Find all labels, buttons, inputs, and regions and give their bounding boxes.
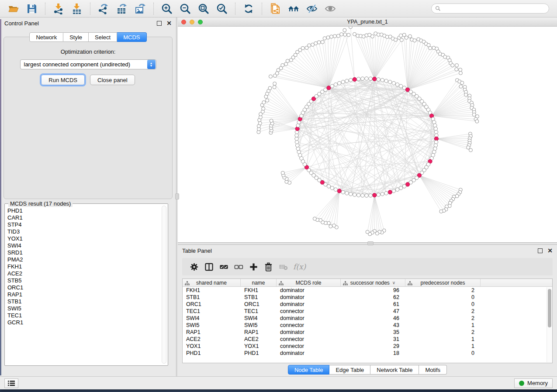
table-cell: 2 [405,329,481,336]
table-settings-button[interactable] [187,260,201,273]
new-network-from-selection-icon [270,3,281,14]
table-scrollbar[interactable] [547,287,552,362]
table-row[interactable]: FKH1FKH1dominator962 [183,287,552,294]
mcds-result-item[interactable]: STB5 [7,277,161,284]
network-canvas[interactable] [178,27,557,242]
mcds-result-item[interactable]: TEC1 [7,312,161,319]
close-panel-icon[interactable]: ✕ [166,21,172,26]
mcds-result-list[interactable]: PHD1CAR1STP4TID3YOX1SWI4SRD1PMA2FKH1ACE2… [7,207,161,364]
memory-label: Memory [527,380,548,386]
criterion-dropdown[interactable]: largest connected component (undirected)… [20,59,156,69]
zoom-out-button[interactable] [177,2,193,16]
mcds-result-item[interactable]: YOX1 [7,235,161,242]
export-image-button[interactable] [132,2,148,16]
search-field[interactable] [431,3,549,14]
show-all-icon [325,3,336,14]
open-session-button[interactable] [6,2,21,16]
close-panel-icon[interactable]: ✕ [547,248,553,253]
control-panel-tabs: NetworkStyleSelectMCDS [0,32,176,42]
zoom-fit-button[interactable] [196,2,211,16]
tab-select[interactable]: Select [89,32,117,42]
import-network-button[interactable] [51,2,66,16]
import-table-button[interactable] [69,2,85,16]
tab-style[interactable]: Style [63,32,89,42]
mcds-result-item[interactable]: SWI4 [7,242,161,249]
hierarchy-icon [279,281,284,287]
column-header-predecessor-nodes[interactable]: predecessor nodes [405,279,481,286]
mcds-result-item[interactable]: SRD1 [7,249,161,256]
export-network-button[interactable] [96,2,111,16]
panel-splitter[interactable] [176,17,178,376]
table-cell: ACE2 [241,336,277,343]
mcds-result-item[interactable]: CAR1 [7,214,161,221]
table-row[interactable]: STB1STB1dominator620 [183,294,552,301]
table-cell: 1 [405,343,481,350]
float-panel-icon[interactable] [538,248,543,253]
tab-mcds[interactable]: MCDS [117,32,146,42]
tab-edge-table[interactable]: Edge Table [329,365,370,375]
memory-status-icon [519,381,524,386]
table-splitter[interactable] [178,243,557,245]
select-all-button[interactable] [216,260,231,273]
table-row[interactable]: SWI4SWI4dominator462 [183,315,552,322]
float-panel-icon[interactable] [157,21,162,26]
clear-table-button[interactable] [276,260,291,273]
save-session-icon [26,3,38,14]
column-header-name[interactable]: name [241,279,277,286]
new-network-from-selection-button[interactable] [267,2,283,16]
column-header-successor-nodes[interactable]: successor nodes∨ [341,279,405,286]
mcds-result-item[interactable]: PMA2 [7,256,161,263]
mcds-result-item[interactable]: STP4 [7,221,161,228]
apply-layout-button[interactable] [241,2,256,16]
first-neighbors-button[interactable] [286,2,301,16]
mcds-result-item[interactable]: RAP1 [7,291,161,298]
close-panel-button[interactable]: Close panel [90,75,135,85]
table-header-row: shared namenameMCDS rolesuccessor nodes∨… [183,279,552,287]
table-row[interactable]: ACE2ACE2connector311 [183,336,552,343]
table-row[interactable]: YOX1YOX1connector291 [183,343,552,350]
table-cell: dominator [277,315,341,322]
mcds-result-item[interactable]: FKH1 [7,263,161,270]
table-panel: Table Panel ✕ [178,245,557,376]
mcds-result-item[interactable]: ORC1 [7,284,161,291]
delete-column-button[interactable] [261,260,276,273]
export-table-button[interactable] [114,2,130,16]
search-input[interactable] [443,6,545,12]
column-header-shared-name[interactable]: shared name [183,279,241,286]
mcds-result-item[interactable]: SWI5 [7,305,161,312]
function-builder-button[interactable]: f(x) [293,262,306,271]
zoom-in-button[interactable] [159,2,175,16]
show-columns-button[interactable] [201,260,216,273]
table-row[interactable]: RAP1RAP1dominator352 [183,329,552,336]
mcds-list-scrollbar[interactable] [162,206,166,364]
zoom-selected-button[interactable] [214,2,230,16]
table-row[interactable]: SWI5SWI5connector431 [183,322,552,329]
column-header-MCDS-role[interactable]: MCDS role [277,279,341,286]
hide-selected-button[interactable] [304,2,320,16]
tab-motifs[interactable]: Motifs [419,365,447,375]
table-row[interactable]: ORC1ORC1dominator610 [183,301,552,308]
network-graph [178,27,556,242]
task-history-button[interactable] [4,378,18,388]
mcds-result-item[interactable]: TID3 [7,228,161,235]
add-column-button[interactable] [246,260,261,273]
deselect-all-button[interactable] [231,260,246,273]
zoom-fit-icon [198,3,209,14]
tab-network[interactable]: Network [29,32,63,42]
table-row[interactable]: PHD1PHD1dominator180 [183,350,552,357]
save-session-button[interactable] [24,2,40,16]
criterion-value: largest connected component (undirected) [21,61,147,68]
mcds-result-item[interactable]: GCR1 [7,319,161,326]
tab-node-table[interactable]: Node Table [288,365,330,375]
memory-button[interactable]: Memory [514,378,553,388]
mcds-result-item[interactable]: STB1 [7,298,161,305]
column-label: MCDS role [296,280,322,286]
show-all-button[interactable] [322,2,338,16]
tab-network-table[interactable]: Network Table [370,365,419,375]
node-table: shared namenameMCDS rolesuccessor nodes∨… [182,279,553,363]
table-cell: 1 [405,322,481,329]
table-row[interactable]: TEC1TEC1connector472 [183,308,552,315]
run-mcds-button[interactable]: Run MCDS [41,75,85,85]
mcds-result-item[interactable]: ACE2 [7,270,161,277]
mcds-result-item[interactable]: PHD1 [7,207,161,214]
